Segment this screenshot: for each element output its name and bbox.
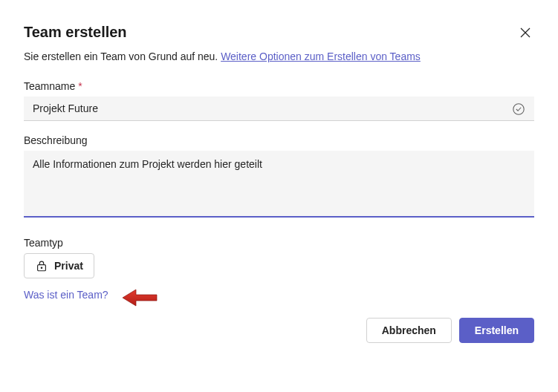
teamname-input-wrapper	[24, 97, 534, 121]
teamtype-section: Teamtyp Privat	[24, 237, 534, 278]
dialog-header: Team erstellen	[24, 24, 534, 42]
close-icon	[519, 27, 531, 39]
teamname-label: Teamname *	[24, 80, 534, 92]
teamtype-label: Teamtyp	[24, 237, 534, 249]
teamname-input[interactable]	[24, 97, 534, 121]
create-team-dialog: Team erstellen Sie erstellen ein Team vo…	[0, 0, 558, 361]
check-circle-icon	[512, 102, 525, 116]
description-label: Beschreibung	[24, 134, 534, 146]
help-link[interactable]: Was ist ein Team?	[24, 289, 108, 301]
dialog-subtitle: Sie erstellen ein Team von Grund auf neu…	[24, 50, 534, 62]
close-button[interactable]	[516, 24, 534, 42]
dialog-title: Team erstellen	[24, 24, 127, 41]
cancel-button[interactable]: Abbrechen	[366, 318, 452, 343]
description-input[interactable]	[24, 151, 534, 218]
more-options-link[interactable]: Weitere Optionen zum Erstellen von Teams	[221, 50, 421, 62]
lock-icon	[35, 259, 48, 272]
description-input-wrapper	[24, 151, 534, 220]
subtitle-text: Sie erstellen ein Team von Grund auf neu…	[24, 50, 221, 62]
svg-point-2	[513, 103, 524, 114]
teamtype-button-label: Privat	[54, 260, 83, 272]
required-asterisk: *	[78, 80, 82, 92]
dialog-footer: Abbrechen Erstellen	[24, 318, 534, 343]
svg-point-4	[41, 267, 42, 268]
create-button[interactable]: Erstellen	[459, 318, 534, 343]
teamtype-button[interactable]: Privat	[24, 253, 94, 278]
